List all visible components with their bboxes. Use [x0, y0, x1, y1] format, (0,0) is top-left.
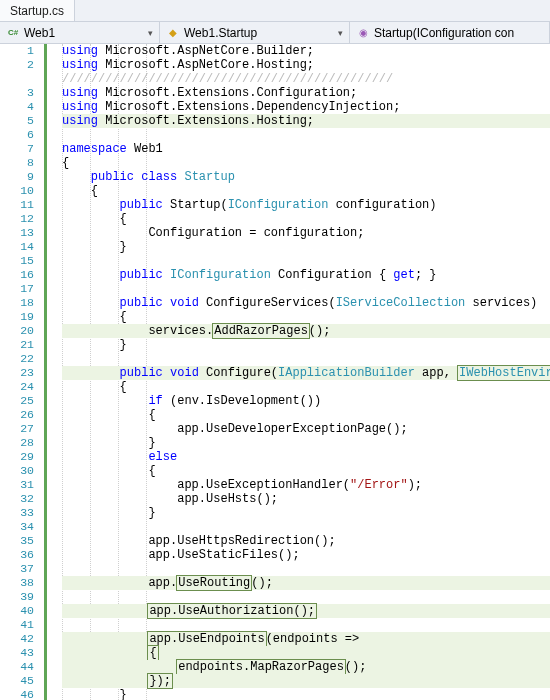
- token: [163, 268, 170, 282]
- token: {: [62, 212, 127, 226]
- code-line[interactable]: }: [62, 688, 550, 700]
- code-line[interactable]: public IConfiguration Configuration { ge…: [62, 268, 550, 282]
- code-line[interactable]: });: [62, 674, 550, 688]
- token: [163, 366, 170, 380]
- token: Microsoft.Extensions.DependencyInjection…: [98, 100, 400, 114]
- code-line[interactable]: app.UseExceptionHandler("/Error");: [62, 478, 550, 492]
- navigation-bar: Web1 ▾ ◆ Web1.Startup ▾ ◉ Startup(IConfi…: [0, 22, 550, 44]
- line-number: [0, 72, 34, 86]
- token: void: [170, 366, 199, 380]
- line-number: 36: [0, 548, 34, 562]
- token: (endpoints =>: [266, 632, 360, 646]
- code-area[interactable]: using Microsoft.AspNetCore.Builder;using…: [48, 44, 550, 700]
- code-line[interactable]: using Microsoft.Extensions.Configuration…: [62, 86, 550, 100]
- nav-project-dropdown[interactable]: Web1 ▾: [0, 22, 160, 43]
- token: services): [465, 296, 537, 310]
- line-number: 28: [0, 436, 34, 450]
- nav-member-dropdown[interactable]: ◉ Startup(IConfiguration con: [350, 22, 550, 43]
- token: else: [148, 450, 177, 464]
- code-line[interactable]: using Microsoft.Extensions.Hosting;: [62, 114, 550, 128]
- nav-project-label: Web1: [24, 26, 55, 40]
- token: AddRazorPages: [212, 323, 310, 339]
- line-number: 27: [0, 422, 34, 436]
- line-number: 19: [0, 310, 34, 324]
- token: IWebHostEnvironment: [457, 365, 550, 381]
- code-line[interactable]: [62, 282, 550, 296]
- token: ConfigureServices(: [199, 296, 336, 310]
- code-lines[interactable]: using Microsoft.AspNetCore.Builder;using…: [48, 44, 550, 700]
- code-line[interactable]: services.AddRazorPages();: [62, 324, 550, 338]
- line-number: 8: [0, 156, 34, 170]
- line-number: 12: [0, 212, 34, 226]
- code-line[interactable]: app.UseHsts();: [62, 492, 550, 506]
- token: app.UseEndpoints: [147, 631, 266, 647]
- code-line[interactable]: [62, 352, 550, 366]
- code-line[interactable]: if (env.IsDevelopment()): [62, 394, 550, 408]
- code-line[interactable]: {: [62, 212, 550, 226]
- token: }: [62, 688, 127, 700]
- code-line[interactable]: public Startup(IConfiguration configurat…: [62, 198, 550, 212]
- code-line[interactable]: using Microsoft.Extensions.DependencyInj…: [62, 100, 550, 114]
- line-number: 43: [0, 646, 34, 660]
- code-line[interactable]: using Microsoft.AspNetCore.Hosting;: [62, 58, 550, 72]
- token: IConfiguration: [228, 198, 329, 212]
- token: }: [62, 506, 156, 520]
- code-line[interactable]: [62, 128, 550, 142]
- code-editor[interactable]: 1234567891011121314151617181920212223242…: [0, 44, 550, 700]
- code-line[interactable]: app.UseStaticFiles();: [62, 548, 550, 562]
- token: public: [120, 268, 163, 282]
- code-line[interactable]: public class Startup: [62, 170, 550, 184]
- code-line[interactable]: [62, 590, 550, 604]
- code-line[interactable]: app.UseEndpoints(endpoints =>: [62, 632, 550, 646]
- line-number: 35: [0, 534, 34, 548]
- line-number: 31: [0, 478, 34, 492]
- code-line[interactable]: {: [62, 156, 550, 170]
- token: ();: [251, 576, 273, 590]
- code-line[interactable]: ////////////////////////////////////////…: [62, 72, 550, 86]
- code-line[interactable]: }: [62, 240, 550, 254]
- code-line[interactable]: {: [62, 184, 550, 198]
- code-line[interactable]: }: [62, 436, 550, 450]
- code-line[interactable]: {: [62, 646, 550, 660]
- code-line[interactable]: [62, 562, 550, 576]
- code-line[interactable]: [62, 618, 550, 632]
- token: Web1: [127, 142, 163, 156]
- file-tab[interactable]: Startup.cs: [0, 0, 75, 21]
- line-number: 15: [0, 254, 34, 268]
- code-line[interactable]: app.UseRouting();: [62, 576, 550, 590]
- code-line[interactable]: else: [62, 450, 550, 464]
- token: if: [148, 394, 162, 408]
- line-number: 11: [0, 198, 34, 212]
- nav-class-dropdown[interactable]: ◆ Web1.Startup ▾: [160, 22, 350, 43]
- token: [62, 450, 148, 464]
- code-line[interactable]: {: [62, 310, 550, 324]
- code-line[interactable]: [62, 254, 550, 268]
- code-line[interactable]: }: [62, 338, 550, 352]
- code-line[interactable]: endpoints.MapRazorPages();: [62, 660, 550, 674]
- code-line[interactable]: app.UseHttpsRedirection();: [62, 534, 550, 548]
- chevron-down-icon: ▾: [148, 28, 153, 38]
- code-line[interactable]: public void ConfigureServices(IServiceCo…: [62, 296, 550, 310]
- code-line[interactable]: }: [62, 506, 550, 520]
- token: {: [62, 156, 69, 170]
- code-line[interactable]: app.UseAuthorization();: [62, 604, 550, 618]
- code-line[interactable]: [62, 520, 550, 534]
- token: app.UseHsts();: [62, 492, 278, 506]
- token: IConfiguration: [170, 268, 271, 282]
- code-line[interactable]: {: [62, 380, 550, 394]
- token: {: [62, 380, 127, 394]
- token: using: [62, 44, 98, 58]
- method-icon: ◉: [356, 27, 370, 39]
- token: app.UseDeveloperExceptionPage();: [62, 422, 408, 436]
- token: public: [120, 296, 163, 310]
- code-line[interactable]: Configuration = configuration;: [62, 226, 550, 240]
- code-line[interactable]: namespace Web1: [62, 142, 550, 156]
- code-line[interactable]: public void Configure(IApplicationBuilde…: [62, 366, 550, 380]
- code-line[interactable]: {: [62, 464, 550, 478]
- line-number: 44: [0, 660, 34, 674]
- code-line[interactable]: using Microsoft.AspNetCore.Builder;: [62, 44, 550, 58]
- code-line[interactable]: {: [62, 408, 550, 422]
- code-line[interactable]: app.UseDeveloperExceptionPage();: [62, 422, 550, 436]
- token: endpoints.MapRazorPages: [176, 659, 346, 675]
- token: [62, 646, 148, 660]
